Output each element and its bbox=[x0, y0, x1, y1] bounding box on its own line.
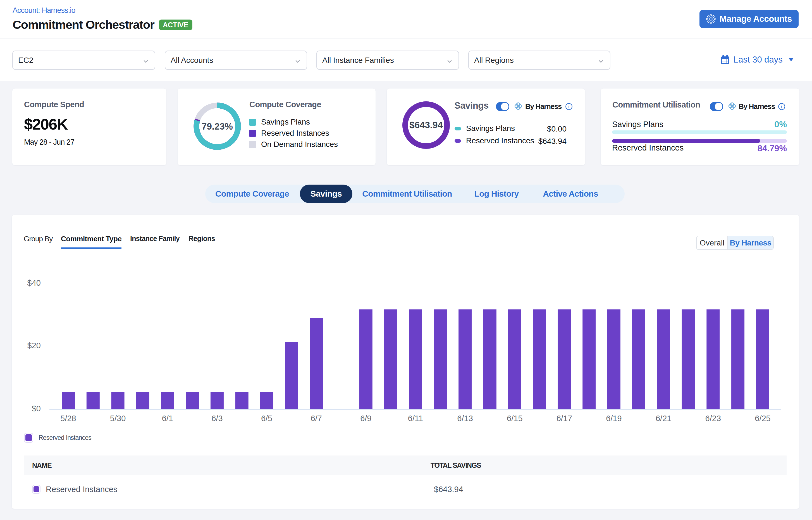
svg-text:6/3: 6/3 bbox=[211, 414, 222, 423]
svg-text:6/11: 6/11 bbox=[408, 414, 423, 423]
svg-text:6/9: 6/9 bbox=[360, 414, 371, 423]
svg-text:6/13: 6/13 bbox=[457, 414, 473, 423]
svg-text:6/21: 6/21 bbox=[656, 414, 671, 423]
svg-text:$0: $0 bbox=[32, 404, 41, 413]
svg-text:5/30: 5/30 bbox=[110, 414, 126, 423]
svg-text:6/15: 6/15 bbox=[507, 414, 522, 423]
svg-text:$40: $40 bbox=[27, 279, 41, 287]
svg-text:5/28: 5/28 bbox=[60, 414, 76, 423]
svg-text:6/23: 6/23 bbox=[705, 414, 721, 423]
svg-text:6/1: 6/1 bbox=[162, 414, 173, 423]
svg-text:6/19: 6/19 bbox=[606, 414, 622, 423]
svg-text:79.23%: 79.23% bbox=[202, 121, 233, 132]
svg-text:6/5: 6/5 bbox=[261, 414, 272, 423]
svg-text:6/17: 6/17 bbox=[556, 414, 572, 423]
svg-text:6/25: 6/25 bbox=[755, 414, 770, 423]
svg-text:$20: $20 bbox=[27, 341, 41, 350]
svg-text:6/7: 6/7 bbox=[311, 414, 322, 423]
svg-text:$643.94: $643.94 bbox=[409, 120, 443, 130]
